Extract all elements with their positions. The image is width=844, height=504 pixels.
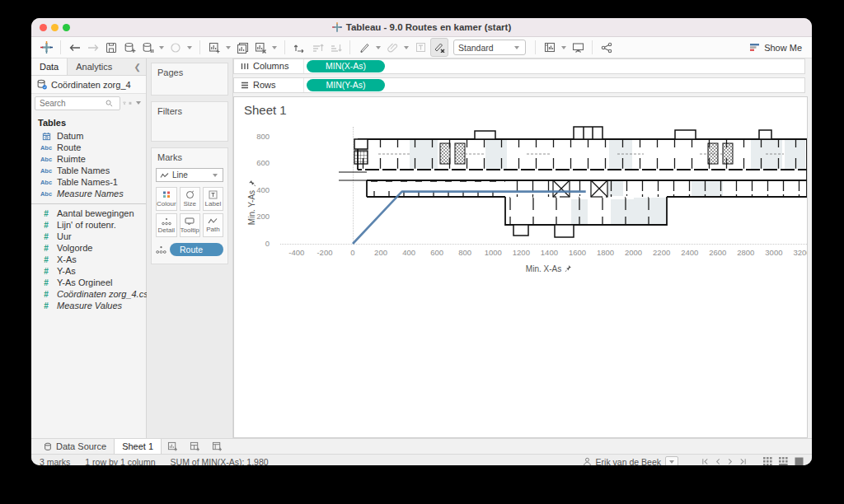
worksheet-view: Sheet 1 bbox=[233, 96, 808, 438]
mark-type-select[interactable]: Line bbox=[156, 168, 223, 182]
field-volgorde[interactable]: #Volgorde bbox=[31, 242, 146, 254]
last-page-icon[interactable] bbox=[739, 458, 747, 465]
new-worksheet-tab-icon[interactable] bbox=[162, 439, 184, 454]
tab-data[interactable]: Data bbox=[31, 58, 68, 75]
clear-formatting-icon[interactable] bbox=[430, 38, 448, 57]
field-measure-values[interactable]: #Measure Values bbox=[31, 300, 146, 311]
line-mark-icon bbox=[160, 172, 169, 179]
highlight-caret[interactable] bbox=[376, 46, 381, 49]
columns-pill-min-x-as[interactable]: MIN(X-As) bbox=[307, 60, 385, 72]
first-page-icon[interactable] bbox=[701, 458, 709, 465]
field-measure-names[interactable]: AbcMeasure Names bbox=[31, 188, 146, 199]
tooltip-button[interactable]: Tooltip bbox=[180, 213, 200, 237]
undo-icon[interactable] bbox=[67, 39, 83, 56]
x-tick-label: 1800 bbox=[597, 248, 614, 257]
tab-analytics[interactable]: Analytics bbox=[68, 58, 120, 75]
x-tick-label: 3200 bbox=[793, 248, 808, 257]
tableau-home-icon[interactable] bbox=[38, 39, 54, 56]
run-update-icon[interactable] bbox=[167, 39, 184, 56]
pause-auto-updates-caret[interactable] bbox=[159, 46, 164, 49]
field-table-names-1[interactable]: AbcTable Names-1 bbox=[31, 176, 146, 188]
field-route[interactable]: AbcRoute bbox=[31, 142, 146, 153]
aggregate-summary: SUM of MIN(X-As): 1,980 bbox=[171, 457, 269, 466]
hide-tabs-icon[interactable] bbox=[795, 457, 804, 465]
pin-icon bbox=[564, 264, 572, 273]
show-filmstrip-icon[interactable] bbox=[779, 457, 788, 465]
label-button[interactable]: Label bbox=[203, 187, 223, 211]
columns-shelf[interactable]: Columns MIN(X-As) bbox=[233, 58, 805, 74]
rows-shelf[interactable]: Rows MIN(Y-As) bbox=[233, 77, 805, 93]
pause-auto-updates-icon[interactable] bbox=[139, 39, 156, 56]
new-worksheet-icon[interactable] bbox=[206, 39, 223, 56]
group-members-caret[interactable] bbox=[404, 46, 409, 49]
redo-icon[interactable] bbox=[85, 39, 101, 56]
search-field[interactable] bbox=[35, 96, 120, 110]
field-table-names[interactable]: AbcTable Names bbox=[31, 165, 146, 176]
run-update-caret[interactable] bbox=[187, 46, 192, 49]
route-pill[interactable]: Route bbox=[170, 243, 223, 256]
presentation-mode-icon[interactable] bbox=[570, 39, 586, 56]
swap-rows-columns-icon[interactable] bbox=[291, 39, 307, 56]
size-button[interactable]: Size bbox=[180, 187, 200, 211]
marks-card: Marks Line Colour Size bbox=[151, 147, 228, 264]
path-icon bbox=[208, 217, 218, 225]
view-data-caret[interactable] bbox=[136, 101, 141, 105]
show-sheet-tabs-icon[interactable] bbox=[763, 457, 772, 465]
new-dashboard-tab-icon[interactable] bbox=[184, 439, 206, 454]
x-tick-label: -400 bbox=[288, 248, 304, 257]
search-input[interactable] bbox=[38, 98, 106, 109]
sort-descending-icon[interactable] bbox=[327, 39, 344, 56]
view-data-grid-icon[interactable] bbox=[129, 99, 132, 108]
show-me-button[interactable]: Show Me bbox=[749, 43, 805, 53]
clear-sheet-icon[interactable] bbox=[252, 39, 269, 56]
tab-sheet-1[interactable]: Sheet 1 bbox=[114, 439, 162, 454]
fit-mode-select[interactable]: Standard bbox=[453, 40, 526, 55]
pages-shelf[interactable]: Pages bbox=[151, 63, 228, 96]
detail-button[interactable]: Detail bbox=[156, 213, 177, 237]
show-hide-cards-caret[interactable] bbox=[561, 46, 566, 49]
sort-ascending-icon[interactable] bbox=[309, 39, 326, 56]
field-lijn-of-routenr[interactable]: #Lijn' of routenr. bbox=[31, 219, 146, 231]
new-worksheet-caret[interactable] bbox=[226, 46, 231, 49]
abc-icon: Abc bbox=[40, 190, 53, 198]
user-filter-select[interactable]: Erik van de Beek bbox=[583, 456, 678, 466]
dimensions-measures-divider[interactable] bbox=[31, 203, 146, 204]
y-tick-label: 800 bbox=[256, 132, 270, 141]
new-datasource-icon[interactable] bbox=[121, 39, 138, 56]
group-members-icon[interactable] bbox=[384, 39, 401, 56]
x-tick-label: -200 bbox=[316, 248, 332, 257]
show-mark-labels-icon[interactable] bbox=[412, 39, 429, 56]
highlight-icon[interactable] bbox=[356, 39, 373, 56]
abc-icon: Abc bbox=[40, 144, 53, 152]
filters-shelf[interactable]: Filters bbox=[151, 101, 228, 142]
field-y-as-orgineel[interactable]: #Y-As Orgineel bbox=[31, 277, 146, 288]
datasource-item[interactable]: Coördinaten zorg_4 bbox=[31, 76, 146, 94]
colour-button[interactable]: Colour bbox=[156, 187, 177, 211]
path-button[interactable]: Path bbox=[203, 213, 223, 237]
collapse-pane-icon[interactable]: ❮ bbox=[129, 58, 146, 75]
tab-data-source[interactable]: Data Source bbox=[36, 439, 114, 454]
field-csv-count[interactable]: #Coördinaten zorg_4.csv (... bbox=[31, 288, 146, 300]
next-page-icon[interactable] bbox=[727, 458, 734, 465]
show-hide-cards-icon[interactable] bbox=[542, 39, 558, 56]
prev-page-icon[interactable] bbox=[715, 458, 721, 465]
share-workbook-icon[interactable] bbox=[598, 39, 615, 56]
field-x-as[interactable]: #X-As bbox=[31, 254, 146, 265]
y-axis[interactable]: 0200400600800 bbox=[234, 97, 270, 437]
y-axis-title[interactable]: Min. Y-As bbox=[248, 180, 257, 225]
field-datum[interactable]: Datum bbox=[31, 130, 146, 142]
duplicate-sheet-icon[interactable] bbox=[234, 39, 251, 56]
field-y-as[interactable]: #Y-As bbox=[31, 265, 146, 277]
main-toolbar: Standard Show Me bbox=[31, 37, 812, 58]
user-select-caret[interactable] bbox=[665, 456, 678, 466]
clear-sheet-caret[interactable] bbox=[272, 46, 277, 49]
field-uur[interactable]: #Uur bbox=[31, 231, 146, 242]
field-ruimte[interactable]: AbcRuimte bbox=[31, 153, 146, 165]
rows-pill-min-y-as[interactable]: MIN(Y-As) bbox=[307, 79, 385, 91]
x-axis-title[interactable]: Min. X-As bbox=[526, 264, 572, 273]
filter-fields-icon[interactable] bbox=[123, 99, 126, 108]
x-tick-label: 800 bbox=[458, 248, 471, 257]
field-aantal-bewegingen[interactable]: #Aantal bewegingen bbox=[31, 208, 146, 219]
save-icon[interactable] bbox=[103, 39, 120, 56]
new-story-tab-icon[interactable] bbox=[206, 439, 228, 454]
